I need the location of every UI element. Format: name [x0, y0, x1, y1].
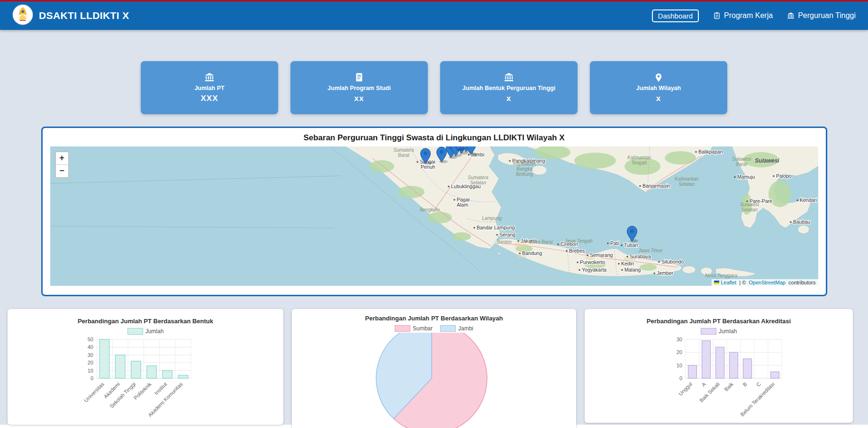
map-city-label: Serang	[499, 232, 515, 237]
map-region-label: Sulawesi	[740, 202, 759, 207]
map-region-label: Selatan	[470, 180, 486, 185]
brand-title: DSAKTI LLDIKTI X	[39, 10, 129, 21]
svg-text:20: 20	[88, 360, 93, 365]
map-city-label: Penuh	[421, 164, 435, 170]
legend-label: Jumlah	[719, 328, 737, 335]
map-attribution: Leaflet | © OpenStreetMap contributors	[712, 279, 818, 286]
chart-title-wilayah: Perbandingan Jumlah PT Berdasarkan Wilay…	[292, 315, 576, 322]
map-canvas[interactable]: JambiSungaiPenuhPangkalpinangLubuklingga…	[50, 146, 818, 286]
map-city-label: Bandung	[522, 250, 542, 256]
legend-label: Jumlah	[145, 328, 164, 335]
ukraine-flag-icon	[714, 281, 719, 284]
svg-text:Politeknik: Politeknik	[133, 381, 153, 401]
stats-row: Jumlah PTXXXJumlah Program StudixxJumlah…	[0, 61, 868, 114]
chart-title-bentuk: Perbandingan Jumlah PT Berdasarkan Bentu…	[8, 318, 283, 325]
map-island-label: Sulawesi	[755, 157, 779, 164]
chart-card-akreditasi: Perbandingan Jumlah PT Berdasarkan Akred…	[585, 309, 853, 423]
nav-menu: Dashboard Program Kerja Perguruan Tinggi	[652, 9, 856, 22]
stat-value: x	[506, 94, 511, 103]
attribution-suffix: contributors	[787, 280, 816, 285]
map-city-label: Brebes	[569, 248, 585, 254]
legend-swatch	[127, 328, 143, 335]
legend-item-Jumlah[interactable]: Jumlah	[701, 328, 737, 335]
map-region-label: Sulawesi	[732, 156, 751, 162]
map-city-label: Kediri	[621, 261, 634, 266]
nav-perguruan-tinggi[interactable]: Perguruan Tinggi	[787, 11, 856, 20]
chart-card-wilayah: Perbandingan Jumlah PT Berdasarkan Wilay…	[292, 309, 576, 428]
map-region-label: Barat	[398, 153, 410, 158]
stat-card-2: Jumlah Bentuk Perguruan Tinggix	[440, 61, 578, 114]
bar-Politeknik	[147, 366, 157, 378]
legend-swatch	[440, 325, 456, 332]
map-region-label: Barat	[736, 162, 748, 167]
stat-label: Jumlah Wilayah	[636, 85, 681, 91]
nav-dashboard-button[interactable]: Dashboard	[652, 9, 699, 22]
map-region-label: Kepulauan	[513, 161, 536, 166]
nav-perguruan-tinggi-label: Perguruan Tinggi	[798, 11, 856, 20]
stat-value: xx	[354, 94, 364, 103]
map-city-label: Semarang	[590, 252, 613, 258]
legend-swatch	[395, 325, 410, 332]
map-city-label: Tuban	[624, 242, 638, 248]
map-city-label: Purwokerto	[580, 259, 605, 265]
clipboard-icon	[713, 12, 721, 19]
brand[interactable]: DSAKTI LLDIKTI X	[12, 4, 129, 27]
map-city-label: Pati	[610, 240, 619, 246]
bar-Institut	[163, 371, 172, 378]
svg-text:10: 10	[677, 363, 682, 368]
bar-Akademi Komunitas	[178, 375, 188, 378]
nav-program-kerja[interactable]: Program Kerja	[713, 11, 773, 20]
legend-item-Jumlah[interactable]: Jumlah	[127, 328, 164, 335]
map-city-label: Banjarmasin	[642, 183, 670, 189]
svg-text:0: 0	[90, 375, 93, 381]
leaflet-map[interactable]: JambiSungaiPenuhPangkalpinangLubuklingga…	[50, 146, 818, 286]
bar-Universitas	[99, 339, 109, 378]
leaflet-link[interactable]: Leaflet	[721, 280, 736, 285]
zoom-out-button[interactable]: −	[56, 164, 68, 177]
osm-link[interactable]: OpenStreetMap	[749, 280, 786, 285]
map-region-label: Jawa Timur	[638, 248, 663, 253]
svg-text:0: 0	[679, 375, 682, 381]
stat-card-0: Jumlah PTXXX	[141, 61, 278, 114]
svg-text:50: 50	[88, 337, 93, 342]
svg-text:40: 40	[88, 344, 93, 350]
stat-card-1: Jumlah Program Studixx	[290, 61, 428, 114]
stat-label: Jumlah PT	[194, 85, 224, 91]
map-region-label: Banten	[497, 239, 512, 245]
navbar: DSAKTI LLDIKTI X Dashboard Program Kerja…	[0, 1, 868, 30]
svg-text:A: A	[700, 381, 707, 387]
legend-item-Jambi[interactable]: Jambi	[440, 325, 473, 332]
legend-item-Sumbar[interactable]: Sumbar	[395, 325, 433, 332]
stat-label: Jumlah Program Studi	[327, 85, 390, 91]
attribution-separator: | ©	[738, 280, 747, 285]
map-city-label: Baubau	[793, 219, 810, 225]
stat-label: Jumlah Bentuk Perguruan Tinggi	[462, 85, 555, 91]
map-region-label: Lampung	[482, 216, 502, 221]
map-city-label: Jember	[657, 270, 674, 276]
bar-Baik	[730, 352, 738, 378]
svg-text:Institut: Institut	[153, 381, 168, 396]
map-city-label: Surabaya	[630, 254, 651, 259]
chart-legend-wilayah: SumbarJambi	[292, 325, 576, 332]
stat-value: XXX	[200, 94, 218, 103]
charts-row: Perbandingan Jumlah PT Berdasarkan Bentu…	[0, 309, 868, 428]
map-region-label: Bengkulu	[420, 207, 440, 212]
map-city-label: Yogyakarta	[582, 267, 606, 273]
document-icon	[354, 72, 364, 82]
bar-Unggul	[688, 365, 697, 378]
chart-legend-bentuk: Jumlah	[8, 328, 283, 335]
zoom-in-button[interactable]: +	[56, 152, 68, 164]
map-city-label: Malang	[624, 267, 641, 273]
bar-Sekolah Tinggi	[131, 361, 141, 378]
nav-program-kerja-label: Program Kerja	[724, 11, 773, 20]
legend-swatch	[701, 328, 716, 335]
bank-icon	[504, 72, 514, 82]
map-city-label: Mamuju	[737, 174, 755, 180]
svg-text:B: B	[741, 381, 748, 388]
map-city-label: Situbondo	[661, 259, 684, 264]
bar-chart-akreditasi: 0102030UnggulABaik SekaliBaikBCBelum Ter…	[585, 336, 853, 417]
stat-value: x	[656, 94, 661, 103]
bar-Akademi	[115, 355, 125, 378]
map-city-label: Bandar Lampung	[477, 225, 515, 230]
map-region-label: Nusa Tenggara	[705, 273, 737, 278]
